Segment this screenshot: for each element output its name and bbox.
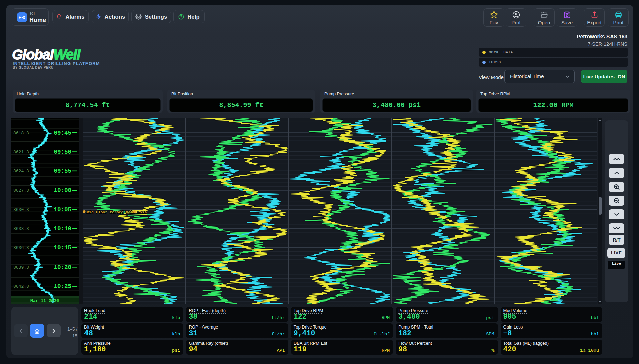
- svg-text:8624.3: 8624.3: [13, 169, 29, 174]
- svg-text:8630.3: 8630.3: [13, 207, 29, 212]
- svg-text:8639.3: 8639.3: [13, 265, 29, 270]
- svg-text:09:45: 09:45: [54, 130, 71, 136]
- svg-text:8633.3: 8633.3: [13, 226, 29, 231]
- svg-text:10:25: 10:25: [54, 283, 71, 290]
- svg-text:10:15: 10:15: [54, 244, 71, 251]
- svg-text:09:50: 09:50: [54, 149, 71, 155]
- svg-text:10:05: 10:05: [54, 206, 71, 213]
- svg-text:Rig Floor zeroed Gain Loss: Rig Floor zeroed Gain Loss: [86, 210, 147, 214]
- svg-text:10:20: 10:20: [54, 264, 71, 271]
- svg-text:8618.3: 8618.3: [13, 131, 29, 136]
- svg-text:09:55: 09:55: [54, 168, 71, 174]
- svg-text:10:10: 10:10: [54, 225, 71, 232]
- svg-text:8627.3: 8627.3: [13, 188, 29, 193]
- svg-text:8636.3: 8636.3: [13, 245, 29, 250]
- svg-text:8642.3: 8642.3: [13, 284, 29, 289]
- svg-text:8621.3: 8621.3: [13, 150, 29, 155]
- svg-text:Mar 11 2026: Mar 11 2026: [30, 298, 59, 303]
- svg-text:10:00: 10:00: [54, 187, 71, 194]
